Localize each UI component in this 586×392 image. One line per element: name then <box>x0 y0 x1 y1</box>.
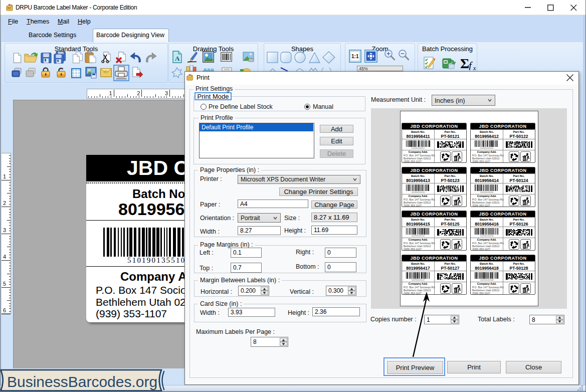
svg-text:1:1: 1:1 <box>351 54 359 59</box>
svg-text:x: x <box>473 65 476 70</box>
svg-text:BusinessBarcodes.org: BusinessBarcodes.org <box>7 373 157 390</box>
svg-text:f: f <box>469 60 473 70</box>
svg-text:Σ: Σ <box>460 56 469 70</box>
